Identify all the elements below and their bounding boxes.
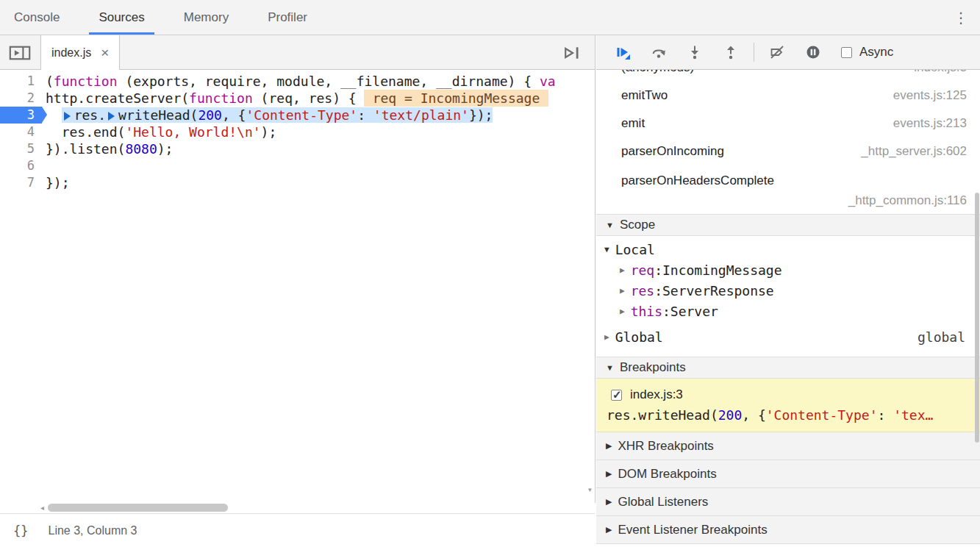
call-stack-frame[interactable]: parserOnHeadersComplete_http_common.js:1… bbox=[596, 165, 980, 214]
line-number[interactable]: 2 bbox=[0, 90, 42, 107]
scope-section-header[interactable]: ▼ Scope bbox=[596, 214, 980, 236]
tab-memory[interactable]: Memory bbox=[171, 0, 242, 35]
scroll-down-icon[interactable]: ▾ bbox=[587, 482, 593, 498]
async-checkbox[interactable] bbox=[841, 47, 852, 58]
code-text[interactable]: (function (exports, require, module, __f… bbox=[42, 73, 556, 90]
scope-global-value: global bbox=[918, 329, 980, 345]
scope-local[interactable]: ▼ Local bbox=[596, 239, 980, 260]
breakpoint-row: index.js:3 bbox=[607, 385, 970, 405]
frame-location: _http_common.js:116 bbox=[621, 191, 967, 210]
close-icon[interactable]: × bbox=[101, 46, 109, 60]
scope-global-label: Global bbox=[615, 329, 663, 345]
chevron-right-icon[interactable]: ▶ bbox=[604, 332, 609, 342]
chevron-right-icon[interactable]: ▶ bbox=[620, 265, 625, 275]
code-text[interactable]: res.end('Hello, World!\n'); bbox=[42, 124, 276, 140]
variable-separator: : bbox=[654, 262, 662, 278]
frame-location: events.js:213 bbox=[893, 116, 967, 131]
collapsed-sections: ▶XHR Breakpoints▶DOM Breakpoints▶Global … bbox=[596, 432, 980, 544]
chevron-down-icon: ▼ bbox=[606, 221, 614, 229]
scope-global[interactable]: ▶ Global global bbox=[596, 326, 980, 348]
chevron-right-icon: ▶ bbox=[606, 525, 612, 535]
chevron-right-icon[interactable]: ▶ bbox=[620, 307, 625, 316]
variable-name: this bbox=[631, 304, 662, 319]
code-lines: 1(function (exports, require, module, __… bbox=[0, 70, 595, 191]
breakpoint-label: index.js:3 bbox=[630, 387, 683, 402]
panel-tabs: ConsoleSourcesMemoryProfiler bbox=[0, 0, 333, 35]
sources-editor-panel: index.js × 1(function (exports, require,… bbox=[0, 35, 595, 547]
scope-variable[interactable]: ▶req: IncomingMessage bbox=[596, 260, 980, 280]
file-tab-indexjs[interactable]: index.js × bbox=[40, 35, 120, 70]
horizontal-scrollbar[interactable]: ◂ ▸ bbox=[42, 503, 585, 512]
step-into-icon[interactable] bbox=[687, 44, 703, 60]
code-text[interactable] bbox=[42, 157, 46, 174]
code-line: 3 res.writeHead(200, {'Content-Type': 't… bbox=[0, 107, 595, 124]
devtools-window: ConsoleSourcesMemoryProfiler ⋮ index.js … bbox=[0, 0, 980, 547]
pretty-print-icon[interactable]: {} bbox=[13, 523, 28, 538]
section-global-listeners[interactable]: ▶Global Listeners bbox=[596, 488, 980, 516]
breakpoint-list: index.js:3res.writeHead(200, {'Content-T… bbox=[596, 379, 980, 432]
line-number[interactable]: 3 bbox=[0, 107, 42, 124]
step-over-icon[interactable] bbox=[651, 44, 667, 60]
tab-profiler[interactable]: Profiler bbox=[254, 0, 321, 35]
chevron-right-icon: ▶ bbox=[606, 441, 612, 451]
section-xhr-breakpoints[interactable]: ▶XHR Breakpoints bbox=[596, 432, 980, 460]
cursor-position: Line 3, Column 3 bbox=[48, 524, 137, 537]
debugger-sidebar: Async (anonymous)index.js:3emitTwoevents… bbox=[596, 35, 980, 547]
sidebar-scrollbar-thumb[interactable] bbox=[975, 193, 979, 443]
breakpoint-entry[interactable]: index.js:3res.writeHead(200, {'Content-T… bbox=[596, 379, 980, 432]
chevron-down-icon[interactable]: ▼ bbox=[604, 245, 609, 254]
call-stack-frame[interactable]: (anonymous)index.js:3 bbox=[596, 70, 980, 82]
variable-separator: : bbox=[654, 283, 662, 298]
variable-value: Server bbox=[670, 304, 718, 319]
code-line: 5}).listen(8080); bbox=[0, 140, 595, 157]
frame-function: emitTwo bbox=[621, 88, 668, 103]
section-dom-breakpoints[interactable]: ▶DOM Breakpoints bbox=[596, 460, 980, 488]
scope-variable[interactable]: ▶res: ServerResponse bbox=[596, 280, 980, 301]
frame-function: parserOnHeadersComplete bbox=[621, 171, 967, 191]
code-text[interactable]: res.writeHead(200, {'Content-Type': 'tex… bbox=[42, 107, 493, 124]
async-label: Async bbox=[859, 45, 893, 60]
variable-value: IncomingMessage bbox=[662, 262, 782, 278]
breakpoints-section-header[interactable]: ▼ Breakpoints bbox=[596, 357, 980, 379]
show-drawer-icon[interactable] bbox=[561, 45, 583, 61]
frame-function: (anonymous) bbox=[621, 70, 694, 75]
call-stack-frame[interactable]: emitevents.js:213 bbox=[596, 110, 980, 137]
step-out-icon[interactable] bbox=[723, 44, 739, 60]
variable-name: req bbox=[631, 262, 655, 278]
section-event-listener-breakpoints[interactable]: ▶Event Listener Breakpoints bbox=[596, 516, 980, 544]
line-number[interactable]: 6 bbox=[0, 157, 42, 174]
inline-variable-annotation: req = IncomingMessage bbox=[364, 90, 549, 107]
scope-variable[interactable]: ▶this: Server bbox=[596, 301, 980, 321]
code-editor[interactable]: 1(function (exports, require, module, __… bbox=[0, 70, 595, 503]
breakpoint-checkbox[interactable] bbox=[611, 390, 622, 401]
line-number[interactable]: 7 bbox=[0, 174, 42, 191]
code-line: 4 res.end('Hello, World!\n'); bbox=[0, 124, 595, 140]
call-stack-frame[interactable]: parserOnIncoming_http_server.js:602 bbox=[596, 137, 980, 165]
code-text[interactable]: }); bbox=[42, 174, 70, 191]
code-text[interactable]: http.createServer(function (req, res) {r… bbox=[42, 90, 548, 107]
resume-icon[interactable] bbox=[615, 44, 631, 60]
deactivate-breakpoints-icon[interactable] bbox=[769, 44, 785, 60]
frame-location: index.js:3 bbox=[914, 70, 967, 75]
horizontal-scrollbar-thumb[interactable] bbox=[48, 504, 228, 512]
call-stack-frame[interactable]: emitTwoevents.js:125 bbox=[596, 82, 980, 110]
pause-on-exceptions-icon[interactable] bbox=[805, 44, 821, 60]
code-text[interactable]: }).listen(8080); bbox=[42, 140, 173, 157]
navigator-toggle-icon[interactable] bbox=[9, 45, 31, 61]
scope-body: ▼ Local ▶req: IncomingMessage▶res: Serve… bbox=[596, 236, 980, 357]
execution-marker-icon bbox=[64, 112, 71, 121]
section-label: XHR Breakpoints bbox=[618, 439, 713, 454]
debugger-toolbar: Async bbox=[596, 35, 980, 70]
code-line: 1(function (exports, require, module, __… bbox=[0, 73, 595, 90]
tab-console[interactable]: Console bbox=[1, 0, 73, 35]
section-label: Event Listener Breakpoints bbox=[618, 523, 767, 537]
line-number[interactable]: 5 bbox=[0, 140, 42, 157]
breakpoints-header-label: Breakpoints bbox=[620, 360, 686, 375]
scope-local-vars: ▶req: IncomingMessage▶res: ServerRespons… bbox=[596, 260, 980, 321]
line-number[interactable]: 1 bbox=[0, 73, 42, 90]
chevron-right-icon[interactable]: ▶ bbox=[620, 286, 625, 296]
tab-sources[interactable]: Sources bbox=[85, 0, 157, 35]
line-number[interactable]: 4 bbox=[0, 124, 42, 140]
editor-tabstrip: index.js × bbox=[0, 35, 595, 70]
more-options-icon[interactable]: ⋮ bbox=[949, 0, 973, 35]
